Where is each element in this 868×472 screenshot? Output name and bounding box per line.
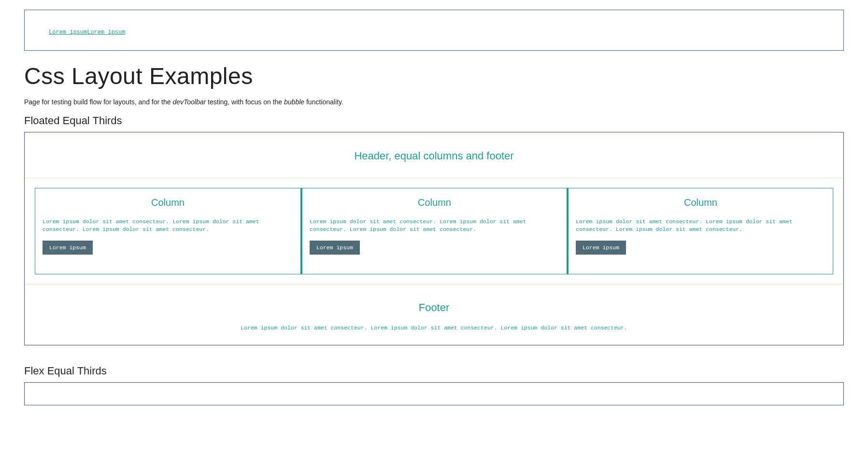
section-inner: Header, equal columns and footer (25, 383, 843, 405)
column-button[interactable]: Lorem ipsum (576, 241, 626, 255)
layout-header-title: Header, equal columns and footer (35, 403, 833, 405)
intro-em-devtoolbar: devToolbar (172, 98, 206, 106)
columns-container: Column Lorem ipsum dolor sit amet consec… (35, 188, 833, 274)
section-flex-thirds: Header, equal columns and footer (24, 382, 844, 405)
layout-header: Header, equal columns and footer (25, 133, 843, 178)
column-2: Column Lorem ipsum dolor sit amet consec… (301, 188, 567, 274)
layout-footer-text: Lorem ipsum dolor sit amet consecteur. L… (35, 325, 833, 331)
nav-link-2[interactable]: Lorem ipsum (87, 29, 125, 36)
column-title: Column (43, 197, 293, 208)
column-button[interactable]: Lorem ipsum (43, 241, 93, 255)
layout-footer-title: Footer (35, 301, 833, 314)
column-title: Column (310, 197, 559, 208)
column-text: Lorem ipsum dolor sit amet consecteur. L… (43, 218, 293, 233)
columns-wrap: Column Lorem ipsum dolor sit amet consec… (25, 178, 843, 285)
section-heading-flex: Flex Equal Thirds (24, 365, 844, 377)
column-title: Column (576, 197, 825, 208)
column-text: Lorem ipsum dolor sit amet consecteur. L… (576, 218, 825, 233)
top-nav: Lorem ipsumLorem ipsum (24, 10, 844, 51)
layout-footer: Footer Lorem ipsum dolor sit amet consec… (25, 285, 843, 344)
column-text: Lorem ipsum dolor sit amet consecteur. L… (310, 218, 559, 233)
page-intro: Page for testing build flow for layouts,… (24, 98, 844, 106)
section-inner: Header, equal columns and footer Column … (25, 132, 843, 345)
section-floated-thirds: Header, equal columns and footer Column … (24, 132, 844, 345)
intro-text: testing, with focus on the (206, 98, 284, 106)
page-title: Css Layout Examples (24, 63, 844, 89)
intro-text: functionality. (304, 98, 343, 106)
intro-text: Page for testing build flow for layouts,… (24, 98, 172, 106)
section-heading-floated: Floated Equal Thirds (24, 114, 844, 127)
layout-header: Header, equal columns and footer (25, 383, 843, 405)
column-1: Column Lorem ipsum dolor sit amet consec… (35, 188, 301, 274)
column-3: Column Lorem ipsum dolor sit amet consec… (567, 188, 833, 274)
intro-em-bubble: bubble (284, 98, 304, 106)
column-button[interactable]: Lorem ipsum (310, 241, 360, 255)
layout-header-title: Header, equal columns and footer (35, 150, 833, 162)
nav-link-1[interactable]: Lorem ipsum (49, 29, 87, 36)
